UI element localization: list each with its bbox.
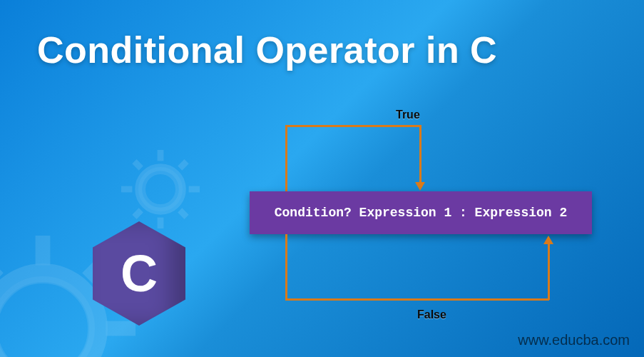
ternary-diagram: True Condition? Expression 1 : Expressio… xyxy=(235,107,613,321)
syntax-text: Condition? Expression 1 : Expression 2 xyxy=(275,206,567,220)
svg-rect-10 xyxy=(158,150,164,161)
connector-line xyxy=(285,298,549,301)
false-label: False xyxy=(417,308,446,321)
svg-rect-16 xyxy=(132,208,143,219)
connector-line xyxy=(285,234,287,300)
svg-point-9 xyxy=(138,167,183,211)
syntax-box: Condition? Expression 1 : Expression 2 xyxy=(250,191,592,234)
page-canvas: Conditional Operator in C C True Conditi… xyxy=(0,0,644,357)
logo-letter: C xyxy=(121,244,158,303)
connector-line xyxy=(285,125,287,191)
true-label: True xyxy=(396,109,420,121)
hexagon-icon: C xyxy=(93,221,185,326)
gear-icon xyxy=(121,150,200,228)
svg-rect-17 xyxy=(178,208,189,219)
connector-line xyxy=(285,125,421,127)
svg-rect-15 xyxy=(178,159,189,171)
svg-rect-13 xyxy=(189,186,200,193)
connector-line xyxy=(548,243,550,300)
svg-rect-1 xyxy=(36,236,51,266)
svg-point-0 xyxy=(0,273,98,357)
c-logo: C xyxy=(93,221,185,326)
page-title: Conditional Operator in C xyxy=(37,29,497,71)
svg-rect-12 xyxy=(121,186,132,193)
arrow-up-icon xyxy=(543,236,553,244)
connector-line xyxy=(419,125,421,183)
svg-rect-14 xyxy=(132,159,143,171)
arrow-down-icon xyxy=(415,182,425,191)
watermark: www.educba.com xyxy=(518,332,630,348)
